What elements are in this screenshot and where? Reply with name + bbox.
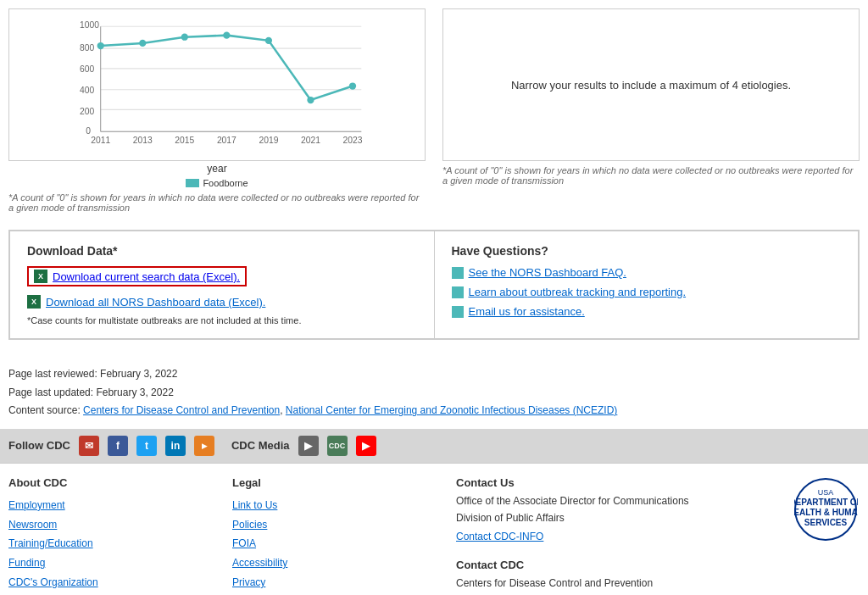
follow-bar: Follow CDC ✉ f t in ▸ CDC Media ▶ CDC ▶: [0, 429, 868, 463]
chart-dot: [97, 42, 104, 49]
tracking-link-row[interactable]: Learn about outbreak tracking and report…: [452, 286, 842, 298]
left-chart-box: number 1000 800 600 400 200 0: [8, 8, 426, 161]
right-chart-note: *A count of "0" is shown for years in wh…: [442, 165, 860, 186]
svg-text:HEALTH & HUMAN: HEALTH & HUMAN: [794, 508, 858, 517]
podcast-icon[interactable]: ▶: [298, 436, 319, 456]
svg-text:200: 200: [80, 107, 94, 116]
excel-icon-1: X: [34, 270, 47, 283]
questions-section: Have Questions? See the NORS Dashboard F…: [435, 231, 859, 338]
twitter-icon[interactable]: t: [136, 436, 157, 456]
chart-dot: [307, 97, 314, 103]
footer-training[interactable]: Training/Education: [8, 534, 215, 553]
legal-col: Legal Link to Us Policies FOIA Accessibi…: [232, 476, 456, 595]
contact-cdc-info-link-1[interactable]: Contact CDC-INFO: [456, 527, 766, 547]
about-cdc-title: About CDC: [8, 476, 215, 489]
content-source-sep: ,: [280, 404, 286, 416]
footer-newsroom[interactable]: Newsroom: [8, 515, 215, 535]
email-icon: [452, 306, 464, 318]
legend-label-foodborne: Foodborne: [203, 178, 248, 188]
tracking-icon: [452, 286, 464, 298]
left-chart-container: number 1000 800 600 400 200 0: [8, 8, 426, 213]
footer-accessibility[interactable]: Accessibility: [232, 553, 439, 573]
svg-text:600: 600: [80, 64, 94, 74]
email-link[interactable]: Email us for assistance.: [469, 305, 585, 318]
svg-text:USA: USA: [817, 488, 833, 497]
download-all-row[interactable]: X Download all NORS Dashboard data (Exce…: [27, 295, 417, 309]
svg-text:2011: 2011: [91, 136, 110, 145]
email-link-row[interactable]: Email us for assistance.: [452, 305, 842, 318]
download-questions-section: Download Data* X Download current search…: [8, 230, 860, 340]
svg-text:2013: 2013: [133, 136, 153, 145]
page-last-reviewed: Page last reviewed: February 3, 2022: [8, 365, 860, 384]
contact-cdc-block: Contact CDC Centers for Disease Control …: [456, 559, 766, 595]
svg-text:800: 800: [80, 43, 94, 53]
contact-us-block: Contact Us Office of the Associate Direc…: [456, 476, 766, 547]
svg-text:2017: 2017: [217, 136, 236, 145]
svg-text:2023: 2023: [343, 136, 363, 145]
chart-line: [101, 36, 353, 100]
download-all-link-wrap: Download all NORS Dashboard data (Excel)…: [46, 296, 265, 309]
download-current-link[interactable]: Download current search data (Excel).: [53, 270, 240, 283]
chart-dot: [181, 34, 188, 41]
footer-employment[interactable]: Employment: [8, 496, 215, 515]
questions-title: Have Questions?: [452, 244, 842, 258]
chart-dot: [265, 37, 272, 44]
right-chart-container: Narrow your results to include a maximum…: [442, 8, 860, 213]
svg-text:2019: 2019: [259, 136, 278, 145]
hhs-logo: DEPARTMENT OF HEALTH & HUMAN SERVICES US…: [792, 476, 860, 544]
svg-text:DEPARTMENT OF: DEPARTMENT OF: [794, 498, 858, 507]
content-source-prefix: Content source:: [8, 404, 83, 416]
page-meta: Page last reviewed: February 3, 2022 Pag…: [8, 357, 860, 429]
charts-section: number 1000 800 600 400 200 0: [8, 0, 860, 221]
excel-icon-2: X: [27, 295, 41, 309]
email-social-icon[interactable]: ✉: [79, 436, 99, 456]
svg-text:SERVICES: SERVICES: [804, 518, 847, 527]
footer-privacy[interactable]: Privacy: [232, 573, 439, 592]
chart-dot: [349, 82, 356, 89]
faq-link-row[interactable]: See the NORS Dashboard FAQ.: [452, 266, 842, 279]
cdc-media-label: CDC Media: [231, 439, 290, 452]
svg-text:400: 400: [80, 86, 94, 95]
legal-title: Legal: [232, 476, 439, 489]
contact-cdc-title: Contact CDC: [456, 559, 766, 571]
hhs-logo-svg: DEPARTMENT OF HEALTH & HUMAN SERVICES US…: [794, 478, 858, 542]
rss-icon[interactable]: ▸: [194, 436, 214, 456]
cdc2-icon[interactable]: CDC: [327, 436, 348, 456]
linkedin-icon[interactable]: in: [165, 436, 186, 456]
svg-text:1000: 1000: [80, 20, 99, 30]
footer-right: DEPARTMENT OF HEALTH & HUMAN SERVICES US…: [783, 476, 860, 595]
footer-foia[interactable]: FOIA: [232, 534, 439, 553]
follow-cdc-label: Follow CDC: [8, 439, 70, 452]
content-source-link2[interactable]: National Center for Emerging and Zoonoti…: [286, 404, 618, 416]
left-chart-svg: number 1000 800 600 400 200 0: [18, 18, 416, 153]
faq-icon: [452, 267, 464, 279]
footer: About CDC Employment Newsroom Training/E…: [0, 463, 868, 595]
footer-policies[interactable]: Policies: [232, 515, 439, 535]
footer-funding[interactable]: Funding: [8, 553, 215, 573]
footer-link-to-us[interactable]: Link to Us: [232, 496, 439, 515]
tracking-link[interactable]: Learn about outbreak tracking and report…: [469, 286, 687, 298]
download-section: Download Data* X Download current search…: [10, 231, 435, 338]
download-note: *Case counts for multistate outbreaks ar…: [27, 315, 417, 325]
contact-col: Contact Us Office of the Associate Direc…: [456, 476, 783, 595]
svg-text:2015: 2015: [175, 136, 194, 145]
page-last-updated: Page last updated: February 3, 2022: [8, 384, 860, 403]
footer-cdc-org[interactable]: CDC's Organization: [8, 573, 215, 592]
content-source-link1[interactable]: Centers for Disease Control and Preventi…: [83, 404, 280, 416]
content-source-row: Content source: Centers for Disease Cont…: [8, 402, 860, 420]
narrow-msg: Narrow your results to include a maximum…: [442, 8, 860, 161]
faq-link[interactable]: See the NORS Dashboard FAQ.: [469, 266, 626, 279]
contact-us-body: Office of the Associate Director for Com…: [456, 492, 766, 527]
facebook-icon[interactable]: f: [108, 436, 128, 456]
download-link-highlighted[interactable]: X Download current search data (Excel).: [27, 266, 247, 286]
chart-legend: Foodborne: [8, 178, 426, 188]
x-axis-label-text: year: [8, 163, 426, 175]
left-chart-note: *A count of "0" is shown for years in wh…: [8, 192, 426, 213]
contact-cdc-body: Centers for Disease Control and Preventi…: [456, 575, 766, 595]
youtube-icon[interactable]: ▶: [356, 436, 376, 456]
chart-dot: [139, 40, 146, 47]
contact-us-title: Contact Us: [456, 476, 766, 489]
legend-color-foodborne: [186, 179, 199, 187]
download-all-link[interactable]: Download all NORS Dashboard data (Excel)…: [46, 296, 265, 309]
download-title: Download Data*: [27, 244, 417, 258]
